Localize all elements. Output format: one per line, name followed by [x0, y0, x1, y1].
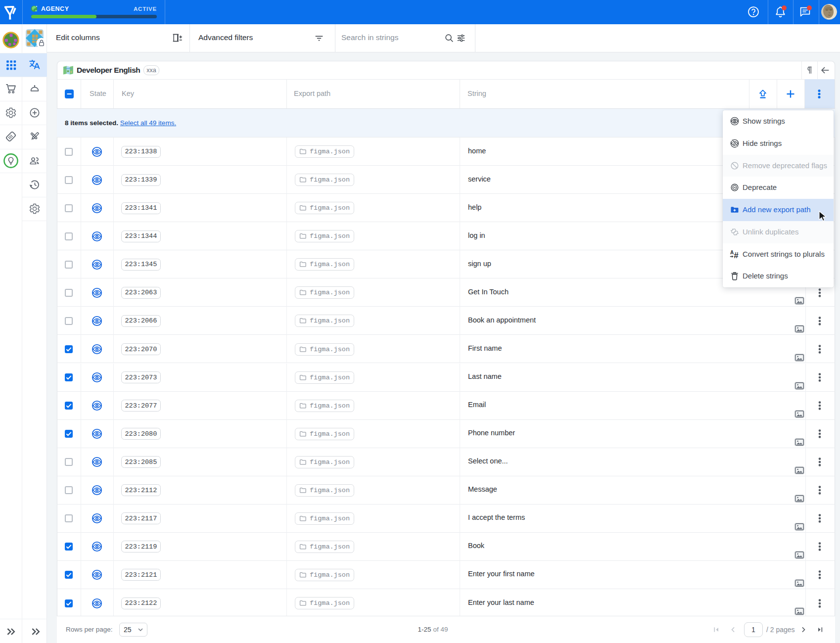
svg-text:#: #: [734, 250, 739, 259]
svg-text:A: A: [730, 249, 734, 255]
